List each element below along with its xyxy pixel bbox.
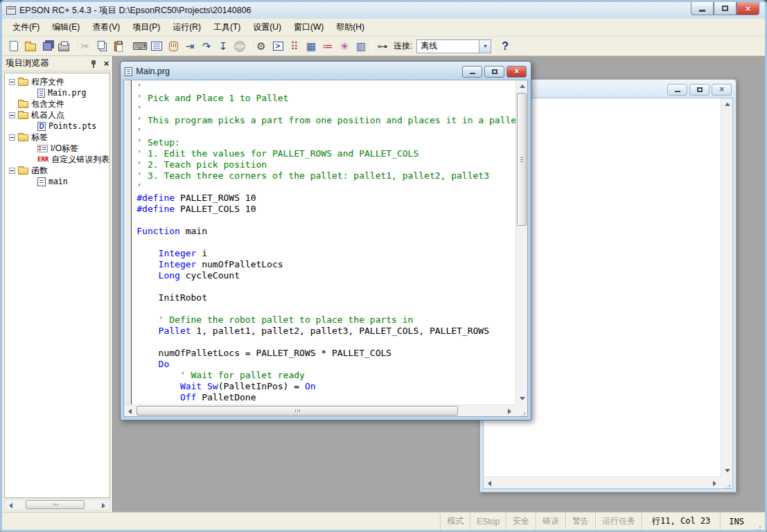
- scroll-up-icon[interactable]: [721, 98, 733, 110]
- code-line: ' Pick and Place 1 to Pallet: [136, 93, 515, 104]
- command-window-button[interactable]: ≔: [319, 38, 336, 55]
- close-button[interactable]: ×: [712, 84, 732, 96]
- minimize-button[interactable]: [691, 2, 714, 15]
- resize-grip[interactable]: [515, 405, 527, 416]
- horizontal-scrollbar[interactable]: [484, 477, 721, 488]
- code-segment: Integer: [159, 259, 197, 269]
- scrollbar-thumb[interactable]: [517, 93, 527, 226]
- tree-expander-icon[interactable]: [9, 168, 15, 174]
- maximize-button[interactable]: [484, 66, 504, 78]
- code-segment: [136, 392, 180, 402]
- scrollbar-thumb[interactable]: [136, 406, 457, 416]
- toolbar-separator: [129, 39, 130, 53]
- scrollbar-thumb[interactable]: [26, 500, 85, 509]
- tree-expander-icon[interactable]: [9, 134, 15, 141]
- step-into-button[interactable]: ⇥: [182, 38, 198, 55]
- statusbar-resize-grip[interactable]: [752, 513, 762, 530]
- tree-item[interactable]: ERR自定义错误列表: [8, 154, 109, 165]
- scroll-right-icon[interactable]: [504, 405, 515, 417]
- tree-item[interactable]: 函数: [8, 165, 109, 176]
- connect-plug-button[interactable]: ⊶: [374, 38, 391, 55]
- menu-item[interactable]: 窗口(W): [288, 19, 330, 35]
- tree-item[interactable]: DPoints.pts: [8, 121, 109, 132]
- tree-item[interactable]: 机器人点: [8, 109, 109, 121]
- tree-expander-icon[interactable]: [9, 79, 15, 85]
- tree-item[interactable]: 程序文件: [8, 76, 109, 87]
- code-line: ' Wait for pallet ready: [136, 370, 515, 381]
- menu-item[interactable]: 查看(V): [86, 19, 126, 35]
- tree-expander-icon[interactable]: [9, 112, 15, 118]
- control-panel-button[interactable]: [148, 38, 165, 55]
- code-line: ' 3. Teach three corners of the pallet: …: [136, 170, 515, 181]
- code-segment: ': [136, 82, 142, 92]
- vertical-scrollbar[interactable]: [515, 80, 527, 405]
- pause-hand-button[interactable]: [165, 38, 182, 55]
- code-segment: [136, 381, 180, 391]
- pause-hand-icon: [169, 42, 178, 51]
- chevron-down-icon[interactable]: ▼: [479, 40, 491, 53]
- scroll-up-icon[interactable]: [516, 80, 528, 92]
- run-window-button[interactable]: >: [270, 38, 286, 55]
- tree-item[interactable]: Main.prg: [8, 87, 109, 98]
- panel-close-icon[interactable]: ×: [104, 59, 109, 68]
- save-all-button[interactable]: [39, 38, 55, 55]
- menu-item[interactable]: 设置(U): [247, 19, 288, 35]
- close-button[interactable]: ×: [506, 66, 527, 78]
- editor-titlebar[interactable]: Main.prg ×: [123, 64, 528, 80]
- task-manager-button[interactable]: ▦: [303, 38, 319, 55]
- maximize-button[interactable]: [714, 2, 737, 15]
- minimize-icon: [470, 73, 475, 74]
- menu-item[interactable]: 项目(P): [126, 19, 166, 35]
- help-button[interactable]: ?: [496, 40, 514, 53]
- vision-panel-button[interactable]: ▥: [353, 38, 369, 55]
- project-tree: 程序文件Main.prg包含文件机器人点DPoints.pts标签I/O标签ER…: [4, 73, 110, 498]
- scroll-down-icon[interactable]: [516, 393, 528, 405]
- step-out-button[interactable]: ↧: [215, 38, 231, 55]
- menu-item[interactable]: 文件(F): [6, 19, 46, 35]
- tree-item[interactable]: main: [8, 176, 109, 187]
- minimize-button[interactable]: [462, 66, 482, 78]
- scroll-right-icon[interactable]: [709, 477, 721, 489]
- scroll-left-icon[interactable]: [5, 499, 17, 511]
- tree-item[interactable]: 标签: [8, 132, 109, 143]
- scroll-right-icon[interactable]: [98, 499, 109, 511]
- code-segment: PALLET_COLS 10: [175, 204, 256, 214]
- connection-combobox[interactable]: 离线 ▼: [416, 39, 491, 53]
- cut-button[interactable]: ✂: [77, 38, 94, 55]
- code-editor[interactable]: '' Pick and Place 1 to Pallet'' This pro…: [132, 80, 515, 405]
- task-manager-icon: ▦: [306, 41, 316, 51]
- minimize-button[interactable]: [667, 84, 687, 96]
- tree-item[interactable]: 包含文件: [8, 98, 109, 109]
- paste-button[interactable]: [110, 38, 127, 55]
- simulator-button[interactable]: ✳: [336, 38, 353, 55]
- tree-item-label: 标签: [31, 132, 48, 143]
- print-button[interactable]: [55, 38, 72, 55]
- menu-item[interactable]: 编辑(E): [46, 19, 86, 35]
- editor-margin[interactable]: [124, 80, 132, 405]
- maximize-button[interactable]: [689, 84, 709, 96]
- horizontal-scrollbar[interactable]: [124, 405, 515, 416]
- close-button[interactable]: ×: [737, 2, 759, 15]
- robot-manager-button[interactable]: ⚙: [253, 38, 270, 55]
- menu-item[interactable]: 运行(R): [166, 19, 207, 35]
- tree-item[interactable]: I/O标签: [8, 143, 109, 154]
- step-over-button[interactable]: ↷: [198, 38, 215, 55]
- io-monitor-button[interactable]: ⠿: [286, 38, 303, 55]
- cut-icon: ✂: [81, 41, 90, 51]
- pin-icon[interactable]: [90, 60, 97, 68]
- new-file-button[interactable]: [6, 38, 22, 55]
- stop-button[interactable]: STOP: [231, 38, 248, 55]
- open-project-button[interactable]: [22, 38, 39, 55]
- resize-grip[interactable]: [721, 477, 732, 488]
- editor-window[interactable]: Main.prg × '' Pick and Place 1 to Pallet…: [120, 61, 531, 420]
- menu-item[interactable]: 工具(T): [207, 19, 247, 35]
- sidebar-horizontal-scrollbar[interactable]: [4, 499, 110, 511]
- menu-item[interactable]: 帮助(H): [330, 19, 371, 35]
- vertical-scrollbar[interactable]: [721, 98, 732, 477]
- scroll-down-icon[interactable]: [721, 465, 733, 477]
- scroll-left-icon[interactable]: [484, 477, 495, 489]
- copy-button[interactable]: [94, 38, 110, 55]
- code-line: ': [136, 104, 515, 115]
- scroll-left-icon[interactable]: [124, 405, 136, 417]
- keyboard-button[interactable]: ⌨: [132, 38, 148, 55]
